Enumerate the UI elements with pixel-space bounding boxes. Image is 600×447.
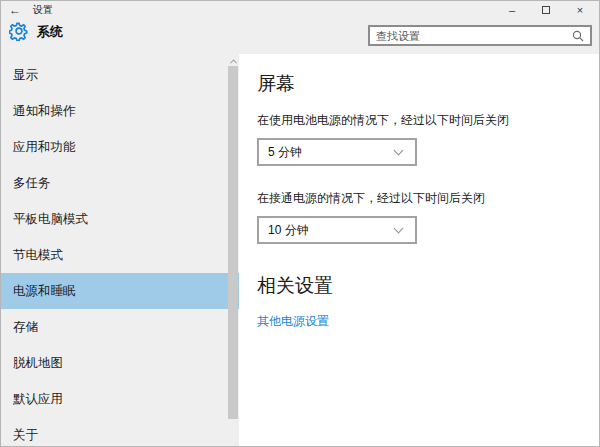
chevron-down-icon	[394, 146, 404, 156]
sidebar-list: 显示 通知和操作 应用和功能 多任务 平板电脑模式 节电模式 电源和睡眠 存储 …	[1, 54, 239, 447]
battery-timeout-label: 在使用电池电源的情况下，经过以下时间后关闭	[257, 112, 599, 129]
search-box	[368, 25, 592, 46]
settings-window: ← 设置 – × 系统	[0, 0, 600, 447]
maximize-button[interactable]	[529, 1, 563, 19]
sidebar-item-tablet-mode[interactable]: 平板电脑模式	[1, 201, 239, 237]
minimize-button[interactable]: –	[495, 1, 529, 19]
content-pane: 屏幕 在使用电池电源的情况下，经过以下时间后关闭 5 分钟 在接通电源的情况下，…	[239, 54, 599, 447]
header: 系统	[1, 19, 599, 54]
gear-icon	[9, 21, 29, 41]
sidebar-item-battery-saver[interactable]: 节电模式	[1, 237, 239, 273]
scroll-up-arrow-icon[interactable]	[229, 57, 237, 65]
close-button[interactable]: ×	[563, 1, 597, 19]
sidebar-item-power-sleep[interactable]: 电源和睡眠	[1, 273, 239, 309]
sidebar-item-storage[interactable]: 存储	[1, 309, 239, 345]
sidebar-item-default-apps[interactable]: 默认应用	[1, 381, 239, 417]
battery-timeout-value: 5 分钟	[259, 144, 395, 161]
plugged-timeout-dropdown[interactable]: 10 分钟	[257, 216, 417, 244]
sidebar-item-notifications[interactable]: 通知和操作	[1, 93, 239, 129]
screen-heading: 屏幕	[257, 71, 599, 97]
sidebar-item-apps-features[interactable]: 应用和功能	[1, 129, 239, 165]
back-button[interactable]: ←	[1, 1, 29, 19]
body: 显示 通知和操作 应用和功能 多任务 平板电脑模式 节电模式 电源和睡眠 存储 …	[1, 54, 599, 447]
maximize-icon	[542, 6, 550, 14]
close-icon: ×	[577, 4, 583, 16]
search-input[interactable]	[370, 30, 571, 42]
sidebar-item-about[interactable]: 关于	[1, 417, 239, 447]
plugged-timeout-label: 在接通电源的情况下，经过以下时间后关闭	[257, 190, 599, 207]
window-title: 设置	[33, 3, 53, 17]
chevron-down-icon	[394, 224, 404, 234]
window-controls: – ×	[495, 1, 597, 19]
search-icon[interactable]	[571, 29, 587, 43]
back-arrow-icon: ←	[9, 3, 21, 17]
sidebar-item-multitasking[interactable]: 多任务	[1, 165, 239, 201]
page-title: 系统	[37, 23, 63, 41]
sidebar: 显示 通知和操作 应用和功能 多任务 平板电脑模式 节电模式 电源和睡眠 存储 …	[1, 54, 239, 447]
sidebar-item-display[interactable]: 显示	[1, 57, 239, 93]
scrollbar-thumb[interactable]	[228, 66, 238, 419]
title-bar: ← 设置 – ×	[1, 1, 599, 19]
sidebar-scrollbar[interactable]	[228, 54, 238, 447]
plugged-timeout-value: 10 分钟	[259, 222, 395, 239]
additional-power-settings-link[interactable]: 其他电源设置	[257, 313, 329, 330]
battery-timeout-dropdown[interactable]: 5 分钟	[257, 138, 417, 166]
minimize-icon: –	[509, 4, 515, 16]
sidebar-item-offline-maps[interactable]: 脱机地图	[1, 345, 239, 381]
related-settings-heading: 相关设置	[257, 273, 599, 299]
